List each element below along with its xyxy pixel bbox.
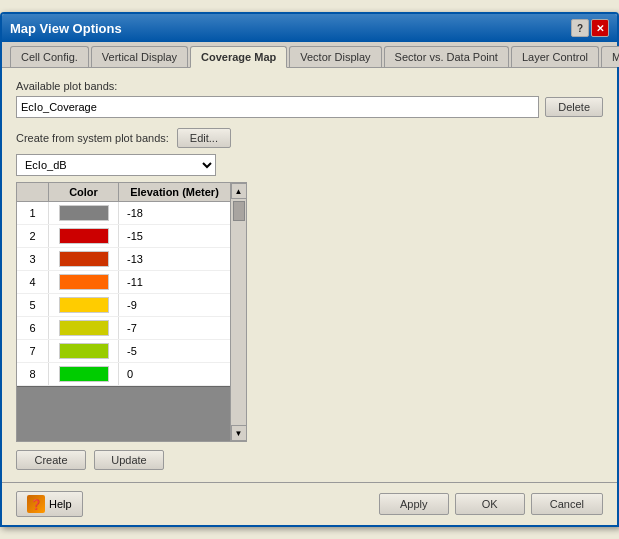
cancel-button[interactable]: Cancel: [531, 493, 603, 515]
content-area: Available plot bands: EcIo_Coverage Dele…: [2, 68, 617, 482]
table-cell-elevation: 0: [119, 363, 230, 385]
table-cell-elevation: -18: [119, 202, 230, 224]
scroll-up-button[interactable]: ▲: [231, 183, 247, 199]
edit-button[interactable]: Edit...: [177, 128, 231, 148]
plot-band-select-group: EcIo_dB: [16, 154, 603, 176]
help-icon: ❓: [27, 495, 45, 513]
table-cell-elevation: -15: [119, 225, 230, 247]
table-row: 7-5: [17, 340, 230, 363]
table-row: 4-11: [17, 271, 230, 294]
tab-cell-config[interactable]: Cell Config.: [10, 46, 89, 67]
available-plot-bands-select[interactable]: EcIo_Coverage: [16, 96, 539, 118]
table-header-index: [17, 183, 49, 201]
table-cell-index: 6: [17, 317, 49, 339]
help-title-button[interactable]: ?: [571, 19, 589, 37]
available-plot-bands-group: Available plot bands: EcIo_Coverage Dele…: [16, 80, 603, 118]
table-row: 1-18: [17, 202, 230, 225]
close-button[interactable]: ✕: [591, 19, 609, 37]
create-from-system-label: Create from system plot bands:: [16, 132, 169, 144]
table-cell-color[interactable]: [49, 202, 119, 224]
tab-layer-control[interactable]: Layer Control: [511, 46, 599, 67]
table-cell-color[interactable]: [49, 248, 119, 270]
table-scroll-area: 1-182-153-134-115-96-77-580: [17, 202, 230, 386]
tabs-bar: Cell Config. Vertical Display Coverage M…: [2, 42, 617, 68]
help-button-label: Help: [49, 498, 72, 510]
table-cell-color[interactable]: [49, 294, 119, 316]
table-row: 5-9: [17, 294, 230, 317]
available-plot-bands-row: EcIo_Coverage Delete: [16, 96, 603, 118]
table-header: Color Elevation (Meter): [17, 183, 230, 202]
table-row: 80: [17, 363, 230, 386]
table-cell-elevation: -9: [119, 294, 230, 316]
table-cell-index: 5: [17, 294, 49, 316]
table-header-elevation: Elevation (Meter): [119, 183, 230, 201]
create-update-row: Create Update: [16, 450, 603, 470]
tab-misc[interactable]: Misc.: [601, 46, 619, 67]
bottom-bar: ❓ Help Apply OK Cancel: [2, 482, 617, 525]
tab-sector-data-point[interactable]: Sector vs. Data Point: [384, 46, 509, 67]
window-controls: ? ✕: [571, 19, 609, 37]
color-table: Color Elevation (Meter) 1-182-153-134-11…: [16, 182, 231, 442]
action-buttons: Apply OK Cancel: [379, 493, 603, 515]
table-cell-index: 2: [17, 225, 49, 247]
table-cell-index: 3: [17, 248, 49, 270]
create-button[interactable]: Create: [16, 450, 86, 470]
table-row: 3-13: [17, 248, 230, 271]
table-cell-color[interactable]: [49, 225, 119, 247]
table-cell-index: 1: [17, 202, 49, 224]
table-cell-index: 7: [17, 340, 49, 362]
table-cell-color[interactable]: [49, 363, 119, 385]
available-plot-bands-label: Available plot bands:: [16, 80, 603, 92]
table-cell-index: 4: [17, 271, 49, 293]
help-button[interactable]: ❓ Help: [16, 491, 83, 517]
tab-vertical-display[interactable]: Vertical Display: [91, 46, 188, 67]
plot-band-select-wrapper: EcIo_dB: [16, 154, 216, 176]
color-table-container: Color Elevation (Meter) 1-182-153-134-11…: [16, 182, 603, 442]
table-row: 2-15: [17, 225, 230, 248]
tab-coverage-map[interactable]: Coverage Map: [190, 46, 287, 68]
scroll-down-button[interactable]: ▼: [231, 425, 247, 441]
table-cell-elevation: -11: [119, 271, 230, 293]
title-bar: Map View Options ? ✕: [2, 14, 617, 42]
table-cell-elevation: -13: [119, 248, 230, 270]
apply-button[interactable]: Apply: [379, 493, 449, 515]
table-cell-color[interactable]: [49, 317, 119, 339]
update-button[interactable]: Update: [94, 450, 164, 470]
table-cell-color[interactable]: [49, 340, 119, 362]
table-row: 6-7: [17, 317, 230, 340]
tab-vector-display[interactable]: Vector Display: [289, 46, 381, 67]
table-header-color: Color: [49, 183, 119, 201]
ok-button[interactable]: OK: [455, 493, 525, 515]
table-scrollbar: ▲ ▼: [231, 182, 247, 442]
window-title: Map View Options: [10, 21, 122, 36]
table-cell-color[interactable]: [49, 271, 119, 293]
main-window: Map View Options ? ✕ Cell Config. Vertic…: [0, 12, 619, 527]
table-cell-elevation: -5: [119, 340, 230, 362]
delete-button[interactable]: Delete: [545, 97, 603, 117]
table-cell-elevation: -7: [119, 317, 230, 339]
table-cell-index: 8: [17, 363, 49, 385]
create-from-system-row: Create from system plot bands: Edit...: [16, 128, 603, 148]
available-plot-bands-select-wrapper: EcIo_Coverage: [16, 96, 539, 118]
scroll-thumb[interactable]: [233, 201, 245, 221]
table-gray-area: [17, 386, 230, 441]
plot-band-select[interactable]: EcIo_dB: [16, 154, 216, 176]
